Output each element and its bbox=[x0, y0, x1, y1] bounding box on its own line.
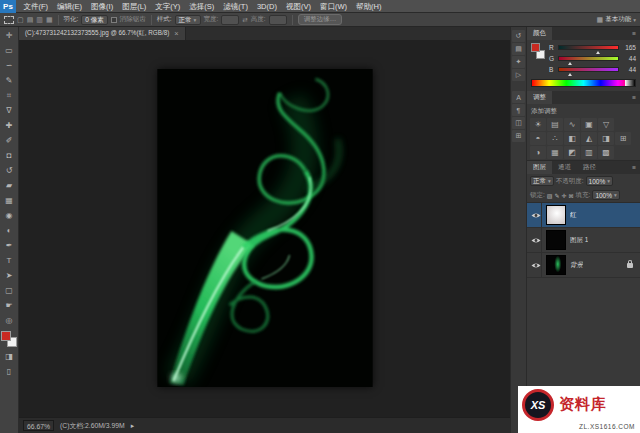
menu-image[interactable]: 图像(I) bbox=[87, 0, 118, 13]
red-slider[interactable] bbox=[558, 45, 619, 50]
slider-thumb[interactable] bbox=[596, 51, 600, 54]
green-slider[interactable] bbox=[558, 56, 619, 61]
pen-tool[interactable]: ✒ bbox=[1, 238, 18, 253]
visibility-eye-icon[interactable] bbox=[530, 203, 542, 227]
intersect-selection-icon[interactable]: ▦ bbox=[46, 16, 53, 24]
curves-icon[interactable]: ∿ bbox=[564, 118, 580, 131]
menu-window[interactable]: 窗口(W) bbox=[315, 0, 351, 13]
close-tab-icon[interactable]: × bbox=[174, 29, 178, 38]
tab-layers[interactable]: 图层 bbox=[527, 161, 552, 174]
status-arrow-icon[interactable]: ▸ bbox=[131, 422, 134, 430]
layer-row-background[interactable]: 背景 bbox=[527, 253, 640, 278]
blur-tool[interactable]: ◉ bbox=[1, 208, 18, 223]
gradient-map-icon[interactable]: ▥ bbox=[581, 146, 597, 159]
rectangular-marquee-tool[interactable]: ▭ bbox=[1, 43, 18, 58]
green-value[interactable]: 44 bbox=[622, 55, 636, 62]
brightness-contrast-icon[interactable]: ☀ bbox=[530, 118, 546, 131]
foreground-color-swatch[interactable] bbox=[531, 43, 540, 52]
add-selection-icon[interactable]: ▤ bbox=[27, 16, 34, 24]
layer-thumbnail[interactable] bbox=[546, 255, 566, 275]
red-value[interactable]: 165 bbox=[622, 44, 636, 51]
clone-stamp-tool[interactable]: ◘ bbox=[1, 148, 18, 163]
workspace-switcher[interactable]: ▦ 基本功能 ▾ bbox=[597, 15, 636, 24]
style-select[interactable]: 正常 ▾ bbox=[175, 15, 201, 25]
width-input[interactable] bbox=[221, 15, 239, 25]
clone-source-panel-icon[interactable]: ◫ bbox=[512, 117, 525, 129]
lock-transparency-icon[interactable]: ▨ bbox=[547, 192, 553, 199]
color-lookup-icon[interactable]: ⊞ bbox=[615, 132, 631, 145]
brush-tool[interactable]: ✐ bbox=[1, 133, 18, 148]
info-panel-icon[interactable]: ✦ bbox=[512, 56, 525, 68]
tab-color[interactable]: 颜色 bbox=[527, 27, 552, 40]
color-panel-swatches[interactable] bbox=[531, 43, 545, 59]
menu-edit[interactable]: 编辑(E) bbox=[53, 0, 87, 13]
lock-position-icon[interactable]: ✛ bbox=[562, 192, 567, 199]
layer-row-red[interactable]: 红 bbox=[527, 203, 640, 228]
zoom-tool[interactable]: ◎ bbox=[1, 313, 18, 328]
layer-name[interactable]: 图层 1 bbox=[570, 236, 588, 245]
panel-menu-icon[interactable]: ≡ bbox=[632, 27, 640, 40]
panel-menu-icon[interactable]: ≡ bbox=[632, 161, 640, 174]
color-balance-icon[interactable]: ∴ bbox=[547, 132, 563, 145]
tab-adjustments[interactable]: 调整 bbox=[527, 91, 552, 104]
document-tab[interactable]: (C):473731242132373555.jpg @ 66.7%(红, RG… bbox=[19, 27, 186, 40]
slider-thumb[interactable] bbox=[568, 73, 572, 76]
color-swatches[interactable] bbox=[1, 331, 17, 347]
layer-name[interactable]: 背景 bbox=[570, 261, 583, 270]
canvas-image[interactable] bbox=[157, 69, 372, 387]
threshold-icon[interactable]: ◩ bbox=[564, 146, 580, 159]
posterize-icon[interactable]: ▦ bbox=[547, 146, 563, 159]
height-input[interactable] bbox=[269, 15, 287, 25]
hue-saturation-icon[interactable]: ◓ bbox=[530, 132, 546, 145]
crop-tool[interactable]: ⌗ bbox=[1, 88, 18, 103]
blue-value[interactable]: 44 bbox=[622, 66, 636, 73]
eraser-tool[interactable]: ▰ bbox=[1, 178, 18, 193]
swap-dimensions-icon[interactable]: ⇄ bbox=[242, 16, 247, 24]
gradient-tool[interactable]: ▦ bbox=[1, 193, 18, 208]
menu-select[interactable]: 选择(S) bbox=[185, 0, 219, 13]
blend-mode-select[interactable]: 正常 ▾ bbox=[530, 176, 554, 186]
channel-mixer-icon[interactable]: ◨ bbox=[598, 132, 614, 145]
menu-type[interactable]: 文字(Y) bbox=[151, 0, 185, 13]
black-white-icon[interactable]: ◧ bbox=[564, 132, 580, 145]
shape-tool[interactable]: ▢ bbox=[1, 283, 18, 298]
menu-layer[interactable]: 图层(L) bbox=[118, 0, 151, 13]
layer-name[interactable]: 红 bbox=[570, 211, 577, 220]
visibility-eye-icon[interactable] bbox=[530, 253, 542, 277]
blue-slider[interactable] bbox=[558, 67, 619, 72]
navigator-panel-icon[interactable]: ⊞ bbox=[512, 130, 525, 142]
slider-thumb[interactable] bbox=[568, 62, 572, 65]
feather-input[interactable]: 0 像素 bbox=[81, 15, 107, 25]
quick-mask-button[interactable]: ◨ bbox=[1, 349, 18, 364]
history-brush-tool[interactable]: ↺ bbox=[1, 163, 18, 178]
refine-edge-button[interactable]: 调整边缘… bbox=[298, 14, 343, 25]
eyedropper-tool[interactable]: ∇ bbox=[1, 103, 18, 118]
opacity-select[interactable]: 100% ▾ bbox=[586, 176, 613, 186]
actions-panel-icon[interactable]: ▷ bbox=[512, 69, 525, 81]
exposure-icon[interactable]: ▣ bbox=[581, 118, 597, 131]
properties-panel-icon[interactable]: ▤ bbox=[512, 43, 525, 55]
quick-selection-tool[interactable]: ✎ bbox=[1, 73, 18, 88]
canvas-area[interactable] bbox=[19, 40, 510, 417]
panel-menu-icon[interactable]: ≡ bbox=[632, 91, 640, 104]
color-spectrum-ramp[interactable] bbox=[531, 79, 636, 87]
menu-view[interactable]: 视图(V) bbox=[281, 0, 315, 13]
fill-select[interactable]: 100% ▾ bbox=[592, 190, 619, 200]
foreground-color-swatch[interactable] bbox=[1, 331, 11, 341]
hand-tool[interactable]: ☛ bbox=[1, 298, 18, 313]
invert-icon[interactable]: ◑ bbox=[530, 146, 546, 159]
photo-filter-icon[interactable]: ◭ bbox=[581, 132, 597, 145]
visibility-eye-icon[interactable] bbox=[530, 228, 542, 252]
spot-healing-brush-tool[interactable]: ✚ bbox=[1, 118, 18, 133]
tab-channels[interactable]: 通道 bbox=[552, 161, 577, 174]
history-panel-icon[interactable]: ↺ bbox=[512, 30, 525, 42]
tab-paths[interactable]: 路径 bbox=[577, 161, 602, 174]
character-panel-icon[interactable]: A bbox=[512, 91, 525, 103]
screen-mode-button[interactable]: ▯ bbox=[1, 364, 18, 379]
new-selection-icon[interactable]: ▢ bbox=[17, 16, 24, 24]
antialias-checkbox[interactable] bbox=[111, 17, 117, 23]
menu-help[interactable]: 帮助(H) bbox=[352, 0, 386, 13]
layer-thumbnail[interactable] bbox=[546, 230, 566, 250]
type-tool[interactable]: T bbox=[1, 253, 18, 268]
menu-filter[interactable]: 滤镜(T) bbox=[219, 0, 253, 13]
